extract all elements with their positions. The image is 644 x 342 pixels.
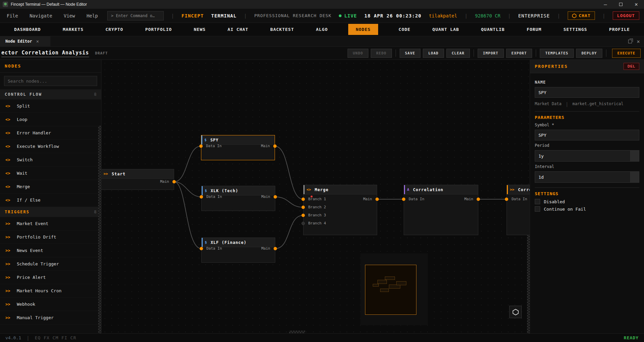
nav-tab-ai-chat[interactable]: AI CHAT (226, 24, 250, 35)
port-xlf-out[interactable] (274, 247, 277, 250)
nav-tab-code[interactable]: CODE (397, 24, 412, 35)
market-data-icon: $ (205, 188, 207, 193)
node-start[interactable]: >> Start Main (102, 169, 174, 190)
palette-item-news-event[interactable]: >>News Event (0, 244, 101, 257)
port-xlf-in[interactable] (200, 247, 203, 250)
nav-tab-profile[interactable]: PROFILE (608, 24, 631, 35)
port-correlation-in[interactable] (402, 198, 405, 201)
panel-close-icon[interactable]: × (637, 38, 640, 45)
chat-button[interactable]: CHAT (568, 11, 595, 20)
nav-tab-quantlib[interactable]: QUANTLIB (480, 24, 506, 35)
palette-item-switch[interactable]: <>Switch (0, 153, 101, 167)
logout-button[interactable]: LOGOUT (613, 11, 639, 20)
port-next-in[interactable] (505, 198, 508, 201)
close-icon[interactable]: ✕ (629, 0, 644, 9)
palette-item-split[interactable]: <>Split (0, 99, 101, 113)
nav-tab-backtest[interactable]: BACKTEST (269, 24, 295, 35)
palette-item-manual-trigger[interactable]: >>Manual Trigger (0, 311, 101, 325)
minimize-icon[interactable]: ─ (598, 0, 613, 9)
palette-item-portfolio-drift[interactable]: >>Portfolio Drift (0, 230, 101, 244)
disabled-checkbox-row[interactable]: Disabled (535, 199, 639, 204)
workflow-title-input[interactable]: Sector Correlation Analysis (1, 50, 89, 57)
popout-icon[interactable] (628, 40, 632, 43)
palette-item-market-hours-cron[interactable]: >>Market Hours Cron (0, 284, 101, 298)
interval-select[interactable]: 1d (535, 171, 639, 183)
period-select[interactable]: 1y (535, 150, 639, 162)
menu-view[interactable]: View (62, 12, 77, 19)
nav-tab-news[interactable]: NEWS (193, 24, 207, 35)
delete-node-button[interactable]: DEL (623, 63, 639, 70)
port-start-main[interactable] (172, 180, 176, 183)
palette-item-market-event[interactable]: >>Market Event (0, 217, 101, 230)
palette-item-loop[interactable]: <>Loop (0, 113, 101, 126)
port-merge-branch2[interactable] (301, 206, 305, 209)
port-spy-in[interactable] (199, 144, 203, 148)
node-xlf[interactable]: $ XLF (Finance) Data InMain (201, 238, 275, 263)
port-merge-branch1[interactable] (301, 198, 305, 201)
export-button[interactable]: EXPORT (506, 49, 532, 58)
node-xlk[interactable]: $ XLK (Tech) Data InMain (201, 186, 275, 211)
disabled-checkbox[interactable] (535, 199, 540, 204)
undo-button[interactable]: UNDO (348, 49, 369, 58)
load-button[interactable]: LOAD (423, 49, 444, 58)
menu-file[interactable]: File (5, 12, 20, 19)
node-correlation[interactable]: A Correlation Data InMain (404, 185, 478, 235)
menu-help[interactable]: Help (84, 12, 100, 19)
port-label-main: Main (261, 144, 270, 149)
redo-button[interactable]: REDO (371, 49, 392, 58)
maximize-icon[interactable] (613, 0, 629, 9)
palette-item-webhook[interactable]: >>Webhook (0, 298, 101, 311)
port-merge-branch4[interactable] (301, 222, 305, 225)
symbol-input[interactable] (535, 130, 639, 140)
execute-button[interactable]: EXECUTE (612, 49, 641, 58)
port-correlation-out[interactable] (477, 198, 480, 201)
node-correlation-next[interactable]: >> Corre Data In (507, 185, 530, 235)
node-merge[interactable]: <> Merge Branch 1Main Branch 2 Branch 3 … (303, 185, 377, 235)
nav-tab-settings[interactable]: SETTINGS (562, 24, 589, 35)
deploy-button[interactable]: DEPLOY (576, 49, 602, 58)
continue-on-fail-checkbox-row[interactable]: Continue on Fail (535, 206, 639, 212)
save-button[interactable]: SAVE (400, 49, 421, 58)
minimap[interactable] (360, 253, 428, 325)
section-control-flow[interactable]: CONTROL FLOW 8 (0, 89, 101, 99)
section-triggers[interactable]: TRIGGERS 8 (0, 207, 101, 217)
palette-item-price-alert[interactable]: >>Price Alert (0, 271, 101, 284)
palette-item-if-else[interactable]: <>If / Else (0, 194, 101, 207)
import-button[interactable]: IMPORT (478, 49, 504, 58)
search-nodes-input[interactable] (4, 76, 97, 86)
command-input[interactable] (107, 11, 164, 20)
nav-tab-portfolio[interactable]: PORTFOLIO (144, 24, 173, 35)
canvas-hscrollbar[interactable] (289, 331, 305, 333)
port-spy-out[interactable] (273, 144, 277, 148)
nav-tab-quant-lab[interactable]: QUANT LAB (431, 24, 460, 35)
palette-item-error-handler[interactable]: <>Error Handler (0, 126, 101, 140)
tab-node-editor[interactable]: Node Editor × (0, 36, 50, 46)
templates-button[interactable]: TEMPLATES (540, 49, 574, 58)
node-spy[interactable]: $ SPY Data InMain (201, 135, 275, 160)
node-name-input[interactable] (535, 87, 639, 98)
nav-tab-nodes[interactable]: NODES (348, 24, 378, 35)
continue-on-fail-checkbox[interactable] (535, 206, 540, 212)
nav-tab-markets[interactable]: MARKETS (62, 24, 85, 35)
port-xlk-in[interactable] (200, 195, 203, 199)
username[interactable]: tilakpatel (429, 13, 457, 18)
nav-tab-crypto[interactable]: CRYPTO (104, 24, 125, 35)
nav-tab-algo[interactable]: ALGO (315, 24, 329, 35)
layout-hexagon-button[interactable] (509, 306, 522, 318)
minimap-viewport[interactable] (365, 265, 416, 315)
nav-tab-forum[interactable]: FORUM (525, 24, 543, 35)
port-label-branch-3: Branch 3 (308, 213, 326, 218)
menu-navigate[interactable]: Navigate (28, 12, 54, 19)
port-merge-branch3[interactable] (301, 214, 305, 217)
nav-tab-dashboard[interactable]: DASHBOARD (13, 24, 42, 35)
port-merge-out[interactable] (375, 198, 379, 201)
palette-item-merge[interactable]: <>Merge (0, 180, 101, 194)
clear-button[interactable]: CLEAR (446, 49, 470, 58)
sidebar-scrollbar[interactable] (98, 126, 101, 333)
tab-close-icon[interactable]: × (36, 39, 39, 44)
palette-item-wait[interactable]: <>Wait (0, 167, 101, 180)
palette-item-execute-workflow[interactable]: <>Execute Workflow (0, 140, 101, 153)
node-graph-canvas[interactable]: >> Start Main $ SPY Data InMain $ XLK (T… (102, 60, 530, 333)
port-xlk-out[interactable] (274, 195, 277, 199)
palette-item-schedule-trigger[interactable]: >>Schedule Trigger (0, 257, 101, 271)
